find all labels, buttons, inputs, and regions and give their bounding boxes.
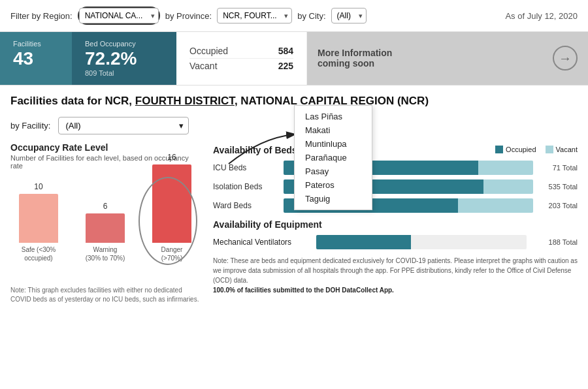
vacant-label: Vacant (189, 61, 218, 71)
bed-occupancy-label: Bed Occupancy (85, 40, 163, 48)
city-option-pasay[interactable]: Pasay (295, 164, 372, 178)
more-info-text: More Information coming soon (318, 48, 409, 69)
isolation-beds-row: Isolation Beds 535 Total (213, 179, 578, 194)
isolation-beds-vacant (483, 179, 533, 194)
ward-beds-row: Ward Beds 203 Total (213, 198, 578, 213)
legend-vacant-label: Vacant (556, 146, 578, 153)
occupied-label: Occupied (189, 46, 228, 56)
ventilators-fill (316, 235, 411, 249)
icu-beds-vacant (478, 161, 533, 175)
legend-occupied-label: Occupied (506, 146, 536, 153)
footnote: Note: These are beds and equipment dedic… (213, 256, 578, 295)
bed-occupancy-block: Bed Occupancy 72.2% 809 Total (72, 32, 176, 85)
legend-vacant: Vacant (546, 146, 578, 153)
facilities-label: Facilities (13, 40, 59, 48)
occupied-vacant-block: Occupied 584 Vacant 225 (176, 32, 307, 85)
city-option-muntinlupa[interactable]: Muntinlupa (295, 137, 372, 151)
occupied-value: 584 (278, 46, 293, 56)
vacant-value: 225 (278, 61, 293, 71)
heading-before: Facilities data for NCR, (10, 95, 135, 107)
stats-bar: Facilities 43 Bed Occupancy 72.2% 809 To… (0, 32, 588, 86)
left-panel: Occupancy Rate Level Number of Facilitie… (10, 142, 200, 304)
bar-safe (19, 194, 58, 243)
filter-bar: Filter by Region: NATIONAL CA... by Prov… (0, 0, 588, 32)
city-filter-label: by City: (297, 11, 325, 21)
bar-item-warning: 6 Warning(30% to 70%) (77, 202, 133, 262)
city-option-pateros[interactable]: Pateros (295, 178, 372, 192)
date-label: As of July 12, 2020 (505, 11, 578, 21)
more-info-block: More Information coming soon → (307, 32, 588, 85)
city-option-las-pinas[interactable]: Las Piñas (295, 110, 372, 123)
bar-item-danger: 16 Danger(>70%) (144, 153, 200, 262)
bed-occupancy-value: 72.2% (85, 49, 163, 69)
equipment-section: Availability of Equipment Mechanical Ven… (213, 219, 578, 249)
bar-value-danger: 16 (167, 153, 176, 162)
occupied-row: Occupied 584 (189, 44, 293, 59)
bar-value-warning: 6 (103, 202, 108, 211)
bar-label-danger: Danger(>70%) (161, 245, 183, 262)
facilities-block: Facilities 43 (0, 32, 72, 85)
ward-beds-vacant (458, 198, 533, 213)
ventilators-total: 188 Total (532, 238, 578, 246)
bar-label-warning: Warning(30% to 70%) (86, 245, 125, 262)
by-facility-label: by Facility: (10, 121, 50, 131)
province-filter-label: by Province: (165, 11, 212, 21)
bar-warning (86, 213, 125, 243)
city-dropdown[interactable]: Las Piñas Makati Muntinlupa Parañaque Pa… (294, 105, 372, 210)
isolation-beds-label: Isolation Beds (213, 182, 278, 191)
legend-occupied-dot (495, 146, 503, 153)
bed-occupancy-sub: 809 Total (85, 69, 163, 77)
more-info-arrow[interactable]: → (553, 46, 578, 70)
city-option-taguig[interactable]: Taguig (295, 192, 372, 206)
bar-danger (152, 164, 191, 243)
dropdown-arrow-svg (222, 131, 301, 170)
ventilators-label: Mechanical Ventilators (213, 238, 311, 247)
heading-district: FOURTH DISTRICT (135, 95, 235, 107)
city-select[interactable]: (All) (331, 8, 367, 23)
legend-occupied: Occupied (495, 146, 536, 153)
bar-chart: 10 Safe (<30%occupied) 6 Warning(30% to … (10, 178, 200, 282)
province-select[interactable]: NCR, FOURT... (217, 8, 292, 23)
chart-title: Occupancy Rate Level (10, 142, 200, 153)
vacant-row: Vacant 225 (189, 59, 293, 73)
bar-label-safe: Safe (<30%occupied) (22, 245, 56, 262)
footnote-text: Note: These are beds and equipment dedic… (213, 257, 578, 284)
chart-note: Note: This graph excludes facilities wit… (10, 286, 200, 304)
bar-item-safe: 10 Safe (<30%occupied) (10, 182, 67, 262)
region-filter-label: Filter by Region: (10, 11, 73, 21)
bar-value-safe: 10 (34, 182, 42, 191)
region-select[interactable]: NATIONAL CA... (79, 8, 159, 23)
footnote-bold: 100.0% of facilities submitted to the DO… (213, 287, 394, 294)
ventilators-row: Mechanical Ventilators 188 Total (213, 235, 578, 249)
ward-beds-total: 203 Total (538, 202, 578, 210)
ventilators-bar (316, 235, 527, 249)
isolation-beds-total: 535 Total (538, 183, 578, 191)
ward-beds-label: Ward Beds (213, 201, 278, 210)
facility-select[interactable]: (All) (58, 117, 189, 134)
icu-beds-total: 71 Total (538, 164, 578, 172)
facilities-value: 43 (13, 49, 59, 69)
equip-section-title: Availability of Equipment (213, 219, 578, 230)
legend-vacant-dot (546, 146, 553, 153)
city-option-paranaque[interactable]: Parañaque (295, 151, 372, 164)
city-option-makati[interactable]: Makati (295, 123, 372, 137)
bar-chart-wrap: 10 Safe (<30%occupied) 6 Warning(30% to … (10, 178, 200, 282)
bed-legend: Occupied Vacant (495, 146, 578, 153)
